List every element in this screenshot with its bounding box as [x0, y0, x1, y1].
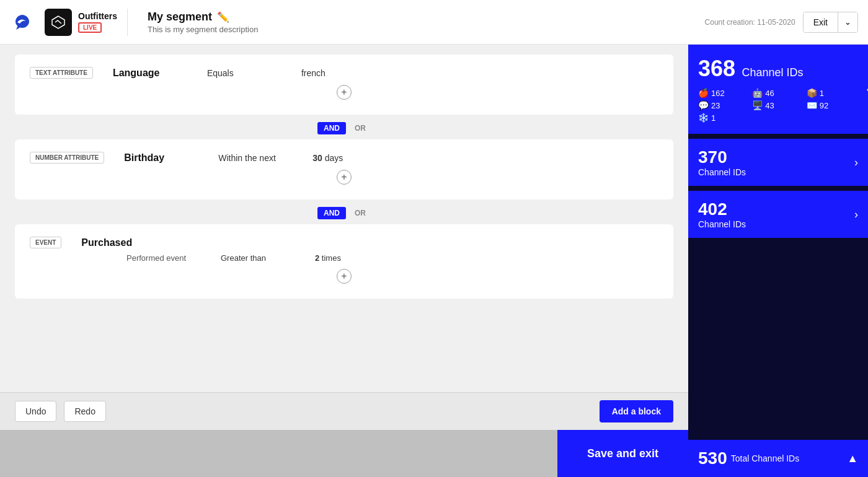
edit-icon[interactable]: ✏️ — [217, 11, 229, 23]
block-language-row: TEXT ATTRIBUTE Language Equals french — [30, 67, 658, 79]
brand-block: Outfitters LIVE — [45, 9, 128, 36]
apple-icon: 🍎 — [698, 88, 709, 98]
segment-title: My segment — [148, 11, 212, 24]
segment-row-2-number: 402 — [698, 199, 849, 219]
stats-top-numbers: 368 Channel IDs — [698, 56, 858, 82]
block-tag-event: EVENT — [30, 237, 61, 248]
event-sub-value-unit: times — [322, 253, 341, 263]
and-button-2[interactable]: AND — [317, 207, 346, 219]
live-badge: LIVE — [78, 22, 102, 33]
chevron-up-icon[interactable]: ▲ — [847, 452, 858, 465]
save-exit-button[interactable]: Save and exit — [557, 430, 688, 477]
logo-bird — [10, 10, 35, 35]
redo-button[interactable]: Redo — [64, 401, 105, 422]
block-operator-language: Equals — [207, 68, 281, 78]
block-operator-birthday: Within the next — [218, 153, 293, 163]
add-condition-button-2[interactable]: + — [337, 170, 352, 185]
bottom-bar: Undo Redo Add a block — [0, 392, 688, 430]
stats-icon-desktop: 🖥️ 43 — [752, 100, 804, 110]
segment-title-row: My segment ✏️ — [148, 11, 258, 24]
amazon-icon: 📦 — [807, 88, 817, 98]
event-sub-value-num: 2 — [315, 253, 319, 263]
stats-top-label: Channel IDs — [742, 66, 804, 79]
and-button-1[interactable]: AND — [317, 122, 346, 134]
header: Outfitters LIVE My segment ✏️ This is my… — [0, 0, 868, 45]
block-tag-text-attribute: TEXT ATTRIBUTE — [30, 67, 93, 79]
stats-icon-amazon: 📦 1 — [807, 88, 858, 98]
block-purchased-row: EVENT Purchased — [30, 237, 658, 248]
block-birthday-row: NUMBER ATTRIBUTE Birthday Within the nex… — [30, 152, 658, 164]
exit-button-group: Exit ⌄ — [803, 12, 858, 33]
block-language: TEXT ATTRIBUTE Language Equals french + — [15, 55, 673, 115]
chevron-right-icon-2: › — [854, 208, 858, 221]
count-creation: Count creation: 11-05-2020 — [705, 18, 795, 27]
total-label: Total Channel IDs — [731, 453, 847, 463]
segment-description: This is my segment description — [148, 25, 258, 34]
event-sub-value: 2 times — [315, 253, 341, 263]
segment-row-2-label: Channel IDs — [698, 219, 849, 229]
undo-button[interactable]: Undo — [15, 401, 56, 422]
snowflake-icon: ❄️ — [698, 113, 709, 123]
exit-dropdown-button[interactable]: ⌄ — [838, 12, 857, 32]
add-block-button[interactable]: Add a block — [600, 400, 673, 422]
desktop-icon: 🖥️ — [752, 100, 763, 110]
block-name-birthday: Birthday — [124, 152, 198, 164]
segment-row-1-label: Channel IDs — [698, 167, 849, 177]
add-icon-row-2: + — [30, 164, 658, 187]
main-layout: TEXT ATTRIBUTE Language Equals french + … — [0, 45, 868, 477]
and-or-row-1: AND OR — [15, 117, 673, 139]
total-bar: 530 Total Channel IDs ▲ — [688, 440, 868, 477]
email-icon: ✉️ — [807, 100, 817, 110]
block-name-language: Language — [113, 68, 187, 79]
chat-count: 23 — [711, 101, 720, 110]
collapse-panel-button[interactable]: ‹ — [859, 72, 868, 107]
event-sub-operator: Greater than — [221, 253, 295, 263]
stats-icons-grid: 🍎 162 🤖 46 📦 1 💬 23 — [698, 88, 858, 123]
chevron-right-icon-1: › — [854, 156, 858, 169]
or-button-1[interactable]: OR — [350, 122, 371, 134]
block-value-birthday: 30 days — [312, 153, 343, 163]
stats-icon-snowflake: ❄️ 1 — [698, 113, 750, 123]
add-condition-button-1[interactable]: + — [337, 85, 352, 100]
segment-row-1[interactable]: 370 Channel IDs › — [688, 139, 868, 186]
total-number: 530 — [698, 449, 727, 468]
amazon-count: 1 — [820, 89, 824, 98]
block-value-birthday-unit: days — [325, 153, 343, 163]
stats-icon-email: ✉️ 92 — [807, 100, 858, 110]
block-purchased: EVENT Purchased Performed event Greater … — [15, 224, 673, 299]
block-birthday: NUMBER ATTRIBUTE Birthday Within the nex… — [15, 139, 673, 199]
and-or-row-2: AND OR — [15, 202, 673, 224]
event-sub-label: Performed event — [126, 253, 201, 263]
exit-button[interactable]: Exit — [804, 12, 838, 32]
brand-logo — [45, 9, 72, 36]
email-count: 92 — [820, 101, 828, 110]
bottom-section: Undo Redo Add a block Save and exit — [0, 392, 688, 477]
block-name-purchased: Purchased — [81, 237, 156, 248]
header-right: Count creation: 11-05-2020 Exit ⌄ — [705, 12, 858, 33]
stats-icon-apple: 🍎 162 — [698, 88, 750, 98]
content-area: TEXT ATTRIBUTE Language Equals french + … — [0, 45, 688, 392]
stats-top-number: 368 — [698, 56, 735, 81]
segment-row-1-content: 370 Channel IDs — [698, 147, 849, 177]
android-count: 46 — [765, 89, 774, 98]
snowflake-count: 1 — [711, 113, 715, 123]
chat-icon: 💬 — [698, 100, 709, 110]
add-icon-row-3: + — [30, 263, 658, 286]
segment-row-2[interactable]: 402 Channel IDs › — [688, 191, 868, 238]
desktop-count: 43 — [765, 101, 774, 110]
segment-row-2-content: 402 Channel IDs — [698, 199, 849, 229]
or-button-2[interactable]: OR — [350, 207, 371, 219]
right-panel: 368 Channel IDs 🍎 162 🤖 46 📦 1 — [688, 45, 868, 477]
event-sub-row: Performed event Greater than 2 times — [30, 253, 658, 263]
segment-info: My segment ✏️ This is my segment descrip… — [138, 11, 258, 34]
stats-icon-android: 🤖 46 — [752, 88, 804, 98]
android-icon: 🤖 — [752, 88, 763, 98]
left-wrapper: TEXT ATTRIBUTE Language Equals french + … — [0, 45, 688, 477]
block-tag-number-attribute: NUMBER ATTRIBUTE — [30, 152, 104, 164]
stats-top: 368 Channel IDs 🍎 162 🤖 46 📦 1 — [688, 45, 868, 134]
footer-bar: Save and exit — [0, 430, 688, 477]
block-value-language: french — [301, 68, 326, 78]
add-condition-button-3[interactable]: + — [337, 269, 352, 284]
brand-name: Outfitters — [78, 11, 117, 21]
add-icon-row-1: + — [30, 79, 658, 102]
